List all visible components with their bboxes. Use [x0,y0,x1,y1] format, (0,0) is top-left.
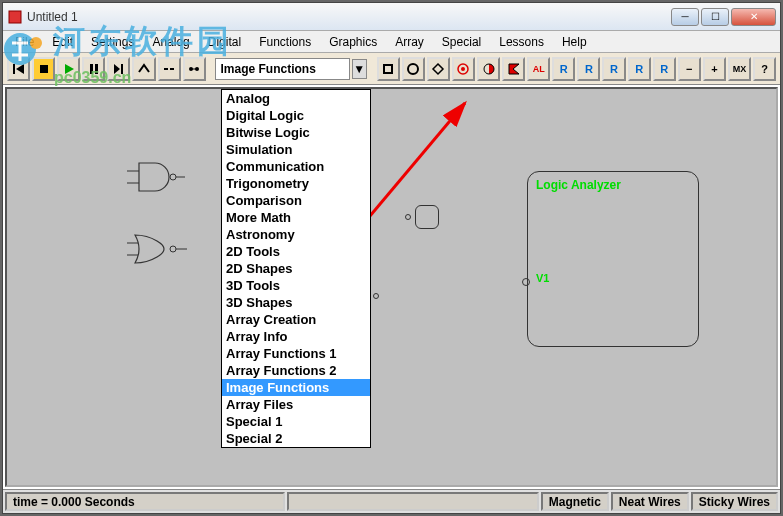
functions-dropdown[interactable]: Image Functions [215,58,349,80]
status-time: time = 0.000 Seconds [5,492,285,511]
logic-analyzer-port-label: V1 [536,272,549,284]
rewind-button[interactable] [7,57,30,81]
svg-marker-4 [65,64,74,74]
status-sticky-wires[interactable]: Sticky Wires [691,492,778,511]
dropdown-item-array-files[interactable]: Array Files [222,396,370,413]
svg-rect-8 [121,64,123,74]
menu-graphics[interactable]: Graphics [321,33,385,51]
dropdown-item-array-functions-2[interactable]: Array Functions 2 [222,362,370,379]
logic-analyzer-title: Logic Analyzer [528,172,698,198]
svg-marker-2 [16,64,24,74]
tool-plus-button[interactable]: + [703,57,726,81]
menubar: File Edit Settings Analog Digital Functi… [3,31,780,53]
window-title: Untitled 1 [27,10,671,24]
svg-point-15 [408,64,418,74]
nand-gate-1[interactable] [127,159,187,195]
svg-rect-0 [9,11,21,23]
tool-mx-button[interactable]: MX [728,57,751,81]
tool-half-button[interactable] [477,57,500,81]
tool-r2-button[interactable]: R [577,57,600,81]
tool-help-button[interactable]: ? [753,57,776,81]
svg-marker-7 [114,64,120,74]
dropdown-item-array-creation[interactable]: Array Creation [222,311,370,328]
dropdown-item-array-functions-1[interactable]: Array Functions 1 [222,345,370,362]
tool-al-button[interactable]: AL [527,57,550,81]
dropdown-item-comparison[interactable]: Comparison [222,192,370,209]
status-spacer [287,492,539,511]
dropdown-item-3d-tools[interactable]: 3D Tools [222,277,370,294]
play-button[interactable] [57,57,80,81]
step-button[interactable] [107,57,130,81]
dropdown-item-communication[interactable]: Communication [222,158,370,175]
menu-analog[interactable]: Analog [144,33,197,51]
svg-rect-6 [95,64,98,74]
dropdown-item-special-2[interactable]: Special 2 [222,430,370,447]
svg-marker-16 [433,64,443,74]
dropdown-item-trigonometry[interactable]: Trigonometry [222,175,370,192]
dropdown-item-simulation[interactable]: Simulation [222,141,370,158]
menu-help[interactable]: Help [554,33,595,51]
svg-marker-20 [509,64,519,74]
tool-box-button[interactable] [377,57,400,81]
functions-dropdown-list: Analog Digital Logic Bitwise Logic Simul… [221,89,371,448]
dropdown-item-bitwise-logic[interactable]: Bitwise Logic [222,124,370,141]
maximize-button[interactable]: ☐ [701,8,729,26]
status-magnetic[interactable]: Magnetic [541,492,609,511]
menu-functions[interactable]: Functions [251,33,319,51]
dropdown-item-more-math[interactable]: More Math [222,209,370,226]
tool-r4-button[interactable]: R [628,57,651,81]
menu-edit[interactable]: Edit [44,33,81,51]
close-button[interactable]: ✕ [731,8,776,26]
tool-r1-button[interactable]: R [552,57,575,81]
tool-target-button[interactable] [452,57,475,81]
dropdown-item-astronomy[interactable]: Astronomy [222,226,370,243]
nor-gate-1[interactable] [127,231,193,267]
functions-dropdown-arrow[interactable]: ▼ [352,59,367,79]
menu-lessons[interactable]: Lessons [491,33,552,51]
menu-array[interactable]: Array [387,33,432,51]
loose-pin [373,293,379,299]
tool-r5-button[interactable]: R [653,57,676,81]
svg-rect-14 [384,65,392,73]
svg-point-21 [170,174,176,180]
svg-rect-1 [13,64,15,74]
tool-minus-button[interactable]: − [678,57,701,81]
svg-rect-9 [164,68,168,70]
pause-button[interactable] [82,57,105,81]
svg-rect-5 [90,64,93,74]
small-block-pin [405,214,411,220]
tool-r3-button[interactable]: R [602,57,625,81]
small-block[interactable] [415,205,439,229]
dropdown-item-digital-logic[interactable]: Digital Logic [222,107,370,124]
dropdown-item-2d-shapes[interactable]: 2D Shapes [222,260,370,277]
dropdown-item-image-functions[interactable]: Image Functions [222,379,370,396]
stop-button[interactable] [32,57,55,81]
svg-point-18 [461,67,465,71]
svg-rect-10 [170,68,174,70]
menu-file[interactable]: File [7,33,42,51]
tool-circle-button[interactable] [402,57,425,81]
logic-analyzer[interactable]: Logic Analyzer V1 [527,171,699,347]
step-over-button[interactable] [132,57,155,81]
minimize-button[interactable]: ─ [671,8,699,26]
menu-digital[interactable]: Digital [200,33,249,51]
status-neat-wires[interactable]: Neat Wires [611,492,689,511]
canvas[interactable]: Analog Digital Logic Bitwise Logic Simul… [5,87,778,487]
logic-analyzer-port-icon [522,278,530,286]
tool-flag-button[interactable] [502,57,525,81]
dropdown-item-2d-tools[interactable]: 2D Tools [222,243,370,260]
menu-settings[interactable]: Settings [83,33,142,51]
dropdown-item-3d-shapes[interactable]: 3D Shapes [222,294,370,311]
svg-point-25 [170,246,176,252]
menu-special[interactable]: Special [434,33,489,51]
dropdown-item-analog[interactable]: Analog [222,90,370,107]
connect-button[interactable] [183,57,206,81]
app-icon [7,9,23,25]
statusbar: time = 0.000 Seconds Magnetic Neat Wires… [3,489,780,513]
break-button[interactable] [158,57,181,81]
dropdown-item-special-1[interactable]: Special 1 [222,413,370,430]
dropdown-item-array-info[interactable]: Array Info [222,328,370,345]
functions-dropdown-value: Image Functions [220,62,315,76]
tool-diamond-button[interactable] [427,57,450,81]
titlebar: Untitled 1 ─ ☐ ✕ [3,3,780,31]
